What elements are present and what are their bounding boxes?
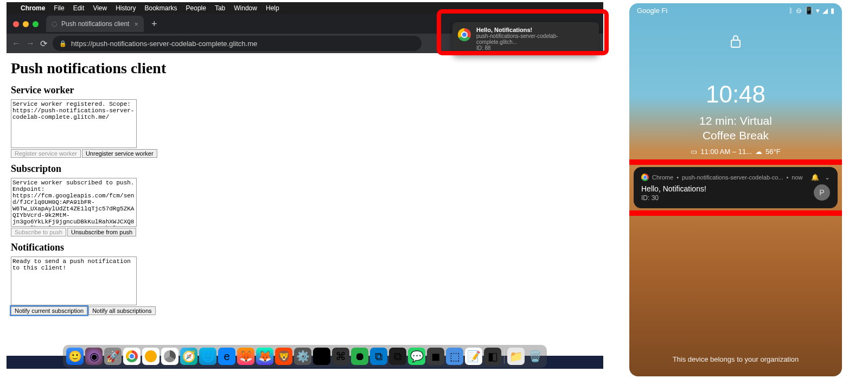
url-text: https://push-notifications-server-codela…	[71, 40, 257, 48]
battery-icon: ▮	[831, 7, 834, 15]
new-tab-button[interactable]: +	[147, 18, 162, 30]
chevron-down-icon[interactable]: ⌄	[825, 174, 830, 181]
menubar-view[interactable]: View	[93, 4, 107, 12]
forward-button[interactable]: →	[26, 39, 35, 48]
notification-body: ID: 30	[641, 194, 830, 202]
notify-all-button[interactable]: Notify all subscriptions	[88, 306, 155, 315]
highlight-annotation	[437, 9, 609, 55]
dnd-icon: ⊖	[796, 7, 802, 15]
sw-heading: Service worker	[11, 85, 599, 96]
carrier-label: Google Fi	[637, 7, 667, 15]
globe-icon: ◌	[52, 20, 57, 28]
notifications-heading: Notifications	[11, 242, 599, 253]
calendar-icon: ▭	[691, 148, 697, 156]
menubar-app[interactable]: Chrome	[21, 4, 45, 12]
lockscreen-clock: 10:48	[629, 81, 842, 108]
chrome-icon	[641, 174, 649, 181]
minimize-window-button[interactable]	[23, 21, 29, 27]
android-lockscreen: Google Fi ᛒ ⊖ 📳 ▾ ◢ ▮ 10:48 12 min: Virt…	[629, 3, 842, 376]
app-icon[interactable]: ◧	[484, 348, 501, 365]
menubar-people[interactable]: People	[186, 4, 206, 12]
siri-icon[interactable]: ◉	[85, 348, 103, 365]
menubar-help[interactable]: Help	[266, 4, 279, 12]
lockscreen-footer: This device belongs to your organization	[629, 355, 842, 363]
firefox-nightly-icon[interactable]: 🦊	[256, 348, 273, 365]
menubar-window[interactable]: Window	[234, 4, 257, 12]
bell-icon[interactable]: 🔔	[811, 174, 819, 181]
fullscreen-window-button[interactable]	[33, 21, 39, 27]
reload-button[interactable]: ⟳	[40, 39, 47, 49]
lockscreen-event: 12 min: Virtual Coffee Break	[629, 113, 842, 143]
unregister-sw-button[interactable]: Unregister service worker	[82, 149, 157, 158]
svg-rect-0	[731, 40, 740, 47]
mac-desktop: Chrome File Edit View History Bookmarks …	[7, 2, 603, 369]
lockscreen-weather: ▭ 11:00 AM – 11... ☁ 56°F	[629, 148, 842, 156]
status-bar: Google Fi ᛒ ⊖ 📳 ▾ ◢ ▮	[629, 3, 842, 17]
notification-time: now	[792, 174, 802, 181]
address-bar[interactable]: 🔒 https://push-notifications-server-code…	[53, 36, 422, 51]
menubar-bookmarks[interactable]: Bookmarks	[145, 4, 177, 12]
notification-source: push-notifications-server-codelab-co...	[682, 174, 783, 181]
back-button[interactable]: ←	[12, 39, 21, 48]
android-notification[interactable]: Chrome • push-notifications-server-codel…	[634, 167, 838, 208]
downloads-icon[interactable]: 📁	[507, 348, 525, 365]
menubar-file[interactable]: File	[54, 4, 64, 12]
vscode-icon[interactable]: ⧉	[370, 348, 387, 365]
brave-icon[interactable]: 🦁	[275, 348, 292, 365]
edge-icon[interactable]: 🌐	[199, 348, 216, 365]
firefox-icon[interactable]: 🦊	[237, 348, 254, 365]
close-tab-icon[interactable]: ×	[134, 20, 138, 28]
subscription-textarea[interactable]: Service worker subscribed to push. Endpo…	[11, 178, 137, 227]
window-controls	[11, 21, 43, 27]
browser-tab[interactable]: ◌ Push notifications client ×	[46, 16, 144, 32]
unsubscribe-button[interactable]: Unsubscribe from push	[67, 228, 136, 236]
chrome-canary-icon[interactable]	[142, 348, 159, 365]
lock-icon: 🔒	[59, 40, 67, 47]
vibrate-icon: 📳	[805, 7, 813, 15]
lock-icon	[629, 34, 842, 53]
notes-icon[interactable]: 📝	[465, 348, 482, 365]
notify-current-button[interactable]: Notify current subscription	[11, 306, 87, 315]
launchpad-icon[interactable]: 🚀	[104, 348, 122, 365]
notifications-textarea[interactable]: Ready to send a push notification to thi…	[11, 257, 137, 305]
chrome-dev-icon[interactable]	[161, 348, 178, 365]
camtasia-icon[interactable]: ⏺	[351, 348, 368, 365]
close-window-button[interactable]	[13, 21, 19, 27]
messages-icon[interactable]: 💬	[408, 348, 425, 365]
avatar: P	[814, 184, 830, 201]
wifi-icon: ▾	[816, 7, 820, 15]
menubar-tab[interactable]: Tab	[215, 4, 225, 12]
subscription-heading: Subscripton	[11, 163, 599, 175]
vscode-insiders-icon[interactable]: ⧉	[389, 348, 406, 365]
subscribe-button: Subscribe to push	[11, 228, 66, 236]
signal-icon: ◢	[822, 7, 828, 15]
dock-divider	[504, 349, 505, 364]
settings-icon[interactable]: ⚙️	[294, 348, 311, 365]
bluetooth-icon: ᛒ	[789, 7, 793, 15]
sw-status-textarea[interactable]: Service worker registered. Scope: https:…	[11, 99, 137, 148]
page-title: Push notifications client	[11, 60, 599, 77]
edge-dev-icon[interactable]: e	[218, 348, 235, 365]
chrome-icon[interactable]	[123, 348, 141, 365]
weather-time: 11:00 AM – 11...	[700, 148, 752, 156]
event-line2: Coffee Break	[629, 128, 842, 143]
menubar-history[interactable]: History	[116, 4, 136, 12]
safari-icon[interactable]: 🧭	[180, 348, 197, 365]
notification-header: Chrome • push-notifications-server-codel…	[641, 174, 830, 181]
notification-app: Chrome	[652, 174, 673, 181]
register-sw-button: Register service worker	[11, 149, 81, 158]
app-icon[interactable]: ⬚	[446, 348, 463, 365]
weather-temp: 56°F	[765, 148, 781, 156]
finder-icon[interactable]: 🙂	[66, 348, 84, 365]
tab-title: Push notifications client	[61, 20, 129, 28]
iterm-icon[interactable]: ⌘	[332, 348, 349, 365]
trash-icon[interactable]: 🗑️	[526, 348, 544, 365]
notification-wrapper: Chrome • push-notifications-server-codel…	[634, 167, 838, 208]
menubar-edit[interactable]: Edit	[73, 4, 85, 12]
cloud-icon: ☁	[755, 148, 762, 156]
app-icon[interactable]: ◼	[427, 348, 444, 365]
event-line1: 12 min: Virtual	[629, 113, 842, 128]
terminal-icon[interactable]: ▮	[313, 348, 330, 365]
page-content: Push notifications client Service worker…	[7, 53, 603, 356]
chrome-window: ◌ Push notifications client × + ← → ⟳ 🔒 …	[7, 14, 603, 356]
